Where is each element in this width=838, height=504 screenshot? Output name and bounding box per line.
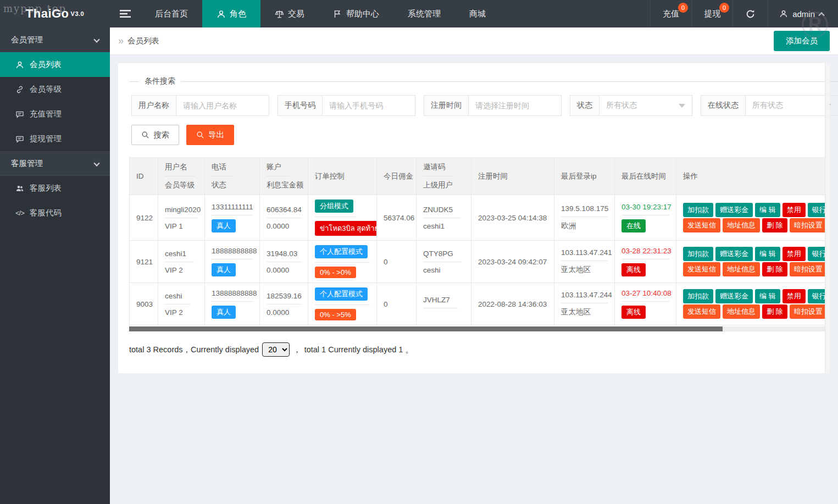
scales-icon [275, 9, 284, 19]
mode-sub-badge: 0% - >5% [315, 309, 356, 320]
chevron-up-icon [818, 12, 824, 18]
link-icon [15, 85, 24, 94]
recharge-button[interactable]: 充值 0 [650, 0, 691, 27]
add-deduct-funds-button[interactable]: 加扣款 [683, 247, 713, 261]
nav-item-system-mgmt[interactable]: 系统管理 [393, 0, 455, 27]
add-deduct-funds-button[interactable]: 加扣款 [683, 203, 713, 217]
status-select[interactable]: 所有状态 [600, 96, 692, 115]
username-input[interactable] [176, 96, 269, 115]
cell-reg-time: 2022-08-28 14:36:03 [471, 283, 554, 325]
send-sms-button[interactable]: 发送短信 [683, 218, 720, 232]
online-status-select[interactable]: 所有状态 [746, 96, 838, 115]
col-id: ID [130, 158, 158, 195]
cell-account: 606364.840.0000 [260, 195, 308, 241]
mode-badge: 分组模式 [315, 200, 353, 213]
reg-time-input[interactable] [469, 96, 561, 115]
disable-button[interactable]: 禁用 [782, 247, 806, 261]
menu-toggle-button[interactable] [110, 0, 141, 27]
triangle-down-icon [679, 104, 685, 108]
col-reg-time: 注册时间 [471, 158, 554, 195]
edit-button[interactable]: 编 辑 [755, 289, 780, 303]
table-header-row: ID 用户名会员等级 电话状态 账户利息宝金额 订单控制 今日佣金 邀请码上级用… [130, 158, 829, 195]
users-icon [15, 184, 24, 193]
cell-actions: 加扣款赠送彩金编 辑禁用银行卡发送短信地址信息删 除暗扣设置 [676, 283, 829, 325]
withdraw-button[interactable]: 提现 0 [691, 0, 732, 27]
edit-button[interactable]: 编 辑 [755, 203, 780, 217]
nav-item-mall[interactable]: 商城 [455, 0, 500, 27]
gift-bonus-button[interactable]: 赠送彩金 [715, 289, 753, 303]
nav-item-help-center[interactable]: 帮助中心 [319, 0, 393, 27]
search-icon [196, 131, 204, 139]
disable-button[interactable]: 禁用 [782, 289, 806, 303]
col-username: 用户名会员等级 [158, 158, 205, 195]
hidden-deduct-settings-button[interactable]: 暗扣设置 [790, 304, 827, 319]
sidebar-item-member-level[interactable]: 会员等级 [0, 77, 110, 102]
delete-button[interactable]: 删 除 [762, 304, 787, 319]
withdraw-badge: 0 [719, 3, 729, 13]
filter-phone: 手机号码 [278, 95, 415, 116]
topbar-right: 充值 0 提现 0 admin [650, 0, 838, 27]
col-phone: 电话状态 [205, 158, 260, 195]
search-icon [141, 131, 149, 139]
user-icon [779, 9, 788, 18]
breadcrumb-bar: » 会员列表 添加会员 [110, 27, 838, 55]
address-info-button[interactable]: 地址信息 [723, 304, 760, 319]
cell-id: 9003 [130, 283, 158, 325]
hidden-deduct-settings-button[interactable]: 暗扣设置 [790, 218, 827, 232]
add-member-button[interactable]: 添加会员 [774, 31, 830, 51]
hidden-deduct-settings-button[interactable]: 暗扣设置 [790, 262, 827, 276]
col-last-ip: 最后登录ip [554, 158, 615, 195]
nav-item-dashboard[interactable]: 后台首页 [141, 0, 202, 27]
refresh-button[interactable] [732, 0, 768, 27]
action-line: 发送短信地址信息删 除暗扣设置 [683, 218, 822, 232]
address-info-button[interactable]: 地址信息 [723, 262, 760, 276]
col-actions: 操作 [676, 158, 829, 195]
person-icon [217, 9, 226, 19]
sidebar-group-service-mgmt[interactable]: 客服管理 [0, 151, 110, 176]
scrollbar-thumb[interactable] [129, 326, 723, 331]
add-deduct-funds-button[interactable]: 加扣款 [683, 289, 713, 303]
gift-bonus-button[interactable]: 赠送彩金 [715, 247, 753, 261]
edit-button[interactable]: 编 辑 [755, 247, 780, 261]
cell-id: 9121 [130, 241, 158, 283]
phone-input[interactable] [323, 96, 415, 115]
sidebar-item-service-code[interactable]: </> 客服代码 [0, 201, 110, 225]
cell-account: 182539.160.0000 [260, 283, 308, 325]
address-info-button[interactable]: 地址信息 [723, 218, 760, 232]
horizontal-scrollbar[interactable] [129, 326, 829, 331]
disable-button[interactable]: 禁用 [782, 203, 806, 217]
filter-buttons: 搜索 导出 [131, 125, 838, 145]
delete-button[interactable]: 删 除 [762, 262, 787, 276]
cell-actions: 加扣款赠送彩金编 辑禁用银行卡发送短信地址信息删 除暗扣设置 [676, 241, 829, 283]
sidebar-item-service-list[interactable]: 客服列表 [0, 176, 110, 201]
top-nav: 后台首页 角色 交易 帮助中心 系统管理 商城 [141, 0, 500, 27]
mode-badge: 个人配置模式 [315, 245, 368, 258]
gift-bonus-button[interactable]: 赠送彩金 [715, 203, 753, 217]
nav-item-trade[interactable]: 交易 [260, 0, 319, 27]
flag-icon [333, 9, 342, 19]
sidebar-item-member-list[interactable]: 会员列表 [0, 52, 110, 77]
message-icon [15, 110, 24, 119]
cell-order-control: 个人配置模式0% - >5% [308, 283, 377, 325]
hamburger-icon [120, 9, 131, 18]
sidebar-group-member-mgmt[interactable]: 会员管理 [0, 27, 110, 52]
vertical-scrollbar[interactable] [825, 63, 830, 373]
search-button[interactable]: 搜索 [131, 125, 179, 145]
delete-button[interactable]: 删 除 [762, 218, 787, 232]
sidebar-item-recharge-mgmt[interactable]: 充值管理 [0, 102, 110, 126]
sidebar-item-withdraw-mgmt[interactable]: 提现管理 [0, 126, 110, 151]
cell-last-ip: 103.113.47.241亚太地区 [554, 241, 615, 283]
pagination-prefix: total 3 Records，Currently displayed [129, 345, 259, 355]
user-menu[interactable]: admin [768, 0, 838, 27]
send-sms-button[interactable]: 发送短信 [683, 304, 720, 319]
nav-item-roles[interactable]: 角色 [202, 0, 260, 27]
logo-text: ThaiGo [26, 7, 69, 21]
page-size-select[interactable]: 20 [262, 342, 290, 357]
member-list-panel: 条件搜索 用户名称 手机号码 注册时间 状态 [118, 63, 830, 373]
send-sms-button[interactable]: 发送短信 [683, 262, 720, 276]
filter-status: 状态 所有状态 [570, 95, 692, 116]
cell-username: ceshi1VIP 2 [158, 241, 205, 283]
person-icon [15, 60, 24, 69]
export-button[interactable]: 导出 [186, 125, 234, 145]
offline-badge: 离线 [621, 306, 646, 319]
